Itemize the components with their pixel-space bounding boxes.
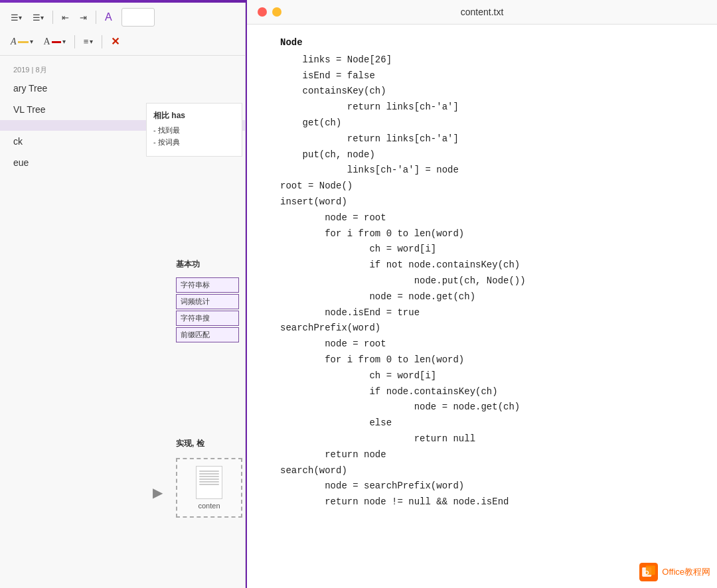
code-header: content.txt [247,0,717,25]
box-word-freq[interactable]: 词频统计 [176,294,239,309]
content-thumbnail[interactable]: conten [176,458,242,518]
code-line: node.isEnd = true [280,305,704,321]
code-line: node = root [280,210,704,226]
binary-tree-label: ary Tree [13,83,47,94]
list-chevron1: ▾ [19,14,22,21]
avl-tree-label: VL Tree [13,104,46,115]
code-line: searchPrefix(word) [280,321,704,336]
code-line: node = node.get(ch) [280,400,704,415]
highlight-btn[interactable]: A ▾ [7,35,37,49]
delete-btn[interactable]: ✕ [107,33,123,50]
toolbar: ☰ ▾ ☰ ▾ ⇤ ⇥ A A [0,0,245,56]
code-line: isEnd = false [280,68,704,84]
highlight-bar [18,41,29,43]
code-line: get(ch) [280,115,704,131]
code-line: return links[ch-'a'] [280,131,704,147]
slide-panel: 相比 has - 找到最 - 按词典 [146,103,242,157]
code-line: search(word) [280,463,704,479]
window-close-btn[interactable] [258,7,267,17]
indent-decrease-icon: ⇤ [62,13,69,23]
code-line: insert(word) [280,194,704,210]
window-minimize-btn[interactable] [272,7,281,17]
date-label: 2019 | 8月 [0,62,245,78]
align-btn[interactable]: ≡ ▾ [80,35,98,48]
watermark: O Office教程网 [639,563,710,581]
arrow-right-icon: ▶ [153,484,163,500]
list-icon1: ☰ [11,13,19,23]
toolbar-row2: A ▾ A ▾ ≡ ▾ ✕ [7,33,238,50]
list-chevron2: ▾ [40,14,44,21]
divider1 [52,11,53,24]
highlight-chevron: ▾ [30,38,33,45]
content-thumb-label: conten [198,502,220,510]
thumb-line [199,476,219,477]
font-color-bar [52,41,61,43]
code-line: node = node.get(ch) [280,289,704,305]
code-line: containsKey(ch) [280,84,704,100]
box-string-search[interactable]: 字符串搜 [176,311,239,326]
highlight-icon: A [11,37,29,47]
thumb-line [199,481,219,482]
stack-label: ck [13,136,23,147]
code-line: if not node.containsKey(ch) [280,257,704,273]
align-chevron: ▾ [90,38,93,45]
watermark-text: Office教程网 [662,566,710,578]
sidebar-item-binary-tree[interactable]: ary Tree [0,78,245,99]
code-line: root = Node() [280,179,704,194]
indent-increase-icon: ⇥ [80,13,87,23]
style-preview [121,8,155,27]
code-line: for i from 0 to len(word) [280,352,704,368]
thumb-doc-icon [196,466,222,499]
code-panel-title: content.txt [461,7,504,17]
list-icon2: ☰ [33,13,40,23]
code-line: return links[ch-'a'] [280,100,704,115]
indent-decrease-btn[interactable]: ⇤ [58,10,73,25]
code-line: node.put(ch, Node()) [280,273,704,289]
code-line: links[ch-'a'] = node [280,163,704,179]
code-line: links = Node[26] [280,52,704,68]
slide-title: 相比 has [153,110,235,121]
code-line: node = root [280,336,704,352]
code-line: else [280,415,704,431]
toolbar-row1: ☰ ▾ ☰ ▾ ⇤ ⇥ A [7,8,238,27]
thumb-line [199,471,219,472]
code-line: return node [280,447,704,463]
thumb-line [199,473,219,475]
node-class-label: Node [280,35,704,51]
code-lines-container: links = Node[26] isEnd = false containsK… [280,52,704,510]
font-color-chevron: ▾ [62,38,66,45]
code-panel: content.txt Node links = Node[26] isEnd … [246,0,717,588]
divider2 [96,11,96,24]
list-style-btn1[interactable]: ☰ ▾ [7,10,26,25]
code-line: return node != null && node.isEnd [280,494,704,510]
font-color-btn[interactable]: A ▾ [40,35,70,49]
slide-item1: - 找到最 [153,125,235,135]
code-line: ch = word[i] [280,242,704,257]
divider3 [74,35,75,48]
queue-label: eue [13,157,29,168]
section-bottom-label: 实现, 检 [176,438,239,449]
box-prefix-match[interactable]: 前缀匹配 [176,327,239,342]
box-string-check[interactable]: 字符串标 [176,277,239,293]
code-line: node = searchPrefix(word) [280,478,704,494]
format-icon: A [105,11,112,23]
purple-strip [0,0,246,3]
code-line: put(ch, node) [280,147,704,163]
thumb-line [199,484,219,485]
indent-increase-btn[interactable]: ⇥ [76,10,91,25]
left-panel: ☰ ▾ ☰ ▾ ⇤ ⇥ A A [0,0,246,588]
code-line: for i from 0 to len(word) [280,226,704,242]
format-btn[interactable]: A [101,9,116,26]
code-content-area[interactable]: Node links = Node[26] isEnd = false cont… [247,25,717,579]
svg-text:O: O [644,569,649,576]
window-controls [258,7,281,17]
thumb-line [199,478,219,480]
align-icon: ≡ [84,37,89,46]
slide-item2: - 按词典 [153,137,235,147]
code-line: ch = word[i] [280,368,704,384]
code-line: return null [280,431,704,447]
font-color-icon: A [44,37,61,47]
office-icon: O [639,563,658,581]
list-style-btn2[interactable]: ☰ ▾ [29,10,48,25]
basic-functions-label: 基本功 [176,259,239,270]
